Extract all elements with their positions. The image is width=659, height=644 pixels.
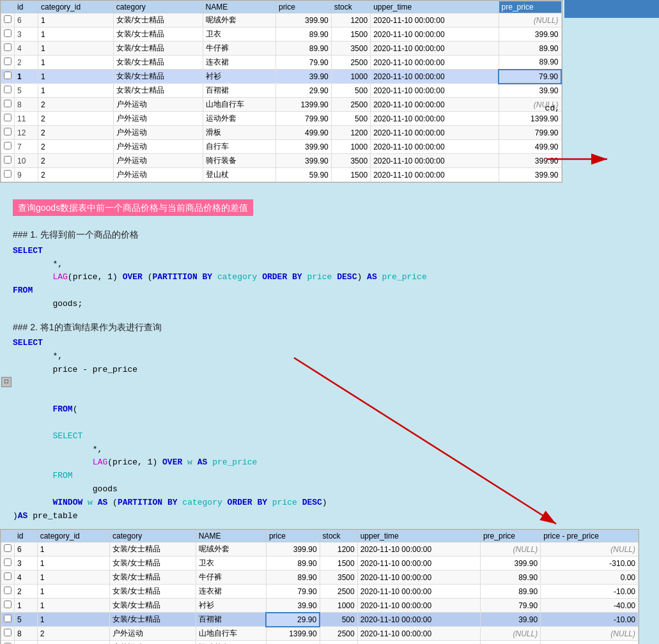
stock-cell: 2500	[331, 98, 370, 112]
category-cell: 女装/女士精品	[113, 70, 203, 84]
checkbox-cell[interactable]	[1, 112, 15, 126]
checkbox-cell[interactable]	[1, 56, 15, 70]
top-table-header-id: id	[15, 1, 38, 13]
category-id-cell: 1	[37, 613, 109, 627]
checkbox-cell[interactable]	[1, 168, 15, 182]
checkbox-cell[interactable]	[1, 627, 15, 641]
pre-price-cell: 39.90	[480, 613, 540, 627]
pre-price-cell: 499.90	[499, 140, 561, 154]
checkbox-cell[interactable]	[1, 613, 15, 627]
checkbox-cell[interactable]	[1, 571, 15, 585]
category-id-cell: 2	[38, 126, 114, 140]
price-cell: 399.90	[266, 542, 320, 556]
category-cell: 户外运动	[113, 168, 203, 182]
category-cell: 女装/女士精品	[110, 613, 196, 627]
checkbox-cell[interactable]	[1, 641, 15, 644]
checkbox-cell[interactable]	[1, 98, 15, 112]
category-id-cell: 2	[38, 98, 114, 112]
pre-price-cell: 89.90	[480, 571, 540, 585]
price-cell: 79.90	[275, 56, 331, 70]
price-cell: 1399.90	[266, 627, 320, 641]
bottom-table-header-checkbox	[1, 530, 15, 542]
bottom-table-header-category-id: category_id	[37, 530, 109, 542]
checkbox-cell[interactable]	[1, 140, 15, 154]
stock-cell: 1200	[331, 126, 370, 140]
id-cell: 9	[15, 168, 38, 182]
top-table-header-checkbox	[1, 1, 15, 13]
id-cell: 12	[15, 126, 38, 140]
id-cell: 3	[15, 556, 38, 571]
pre-price-cell: 79.90	[499, 70, 561, 84]
bottom-table-row: 11 2 户外运动 运动外套 799.90 500 2020-11-10 00:…	[1, 641, 639, 644]
upper-time-cell: 2020-11-10 00:00:00	[357, 556, 480, 571]
category-cell: 女装/女士精品	[113, 27, 203, 42]
top-table-header-stock: stock	[331, 1, 370, 13]
stock-cell: 3500	[320, 571, 357, 585]
top-table-header-upper-time: upper_time	[371, 1, 499, 13]
id-cell: 5	[15, 613, 38, 627]
checkbox-cell[interactable]	[1, 585, 15, 599]
category-id-cell: 1	[38, 13, 114, 27]
diff-cell: -40.00	[541, 599, 639, 613]
checkbox-cell[interactable]	[1, 42, 15, 56]
checkbox-cell[interactable]	[1, 13, 15, 27]
diff-cell: -10.00	[541, 613, 639, 627]
bottom-table-row: 6 1 女装/女士精品 呢绒外套 399.90 1200 2020-11-10 …	[1, 542, 639, 556]
id-cell: 1	[15, 70, 38, 84]
price-cell: 89.90	[266, 571, 320, 585]
price-cell: 799.90	[275, 112, 331, 126]
stock-cell: 500	[331, 112, 370, 126]
category-cell: 户外运动	[113, 98, 203, 112]
checkbox-cell[interactable]	[1, 599, 15, 613]
name-cell: 呢绒外套	[203, 13, 275, 27]
category-cell: 户外运动	[113, 112, 203, 126]
top-table-row: 6 1 女装/女士精品 呢绒外套 399.90 1200 2020-11-10 …	[1, 13, 562, 27]
bottom-table-row: 8 2 户外运动 山地自行车 1399.90 2500 2020-11-10 0…	[1, 627, 639, 641]
upper-time-cell: 2020-11-10 00:00:00	[357, 613, 480, 627]
checkbox-cell[interactable]	[1, 27, 15, 42]
category-id-cell: 1	[37, 599, 109, 613]
bottom-table: id category_id category NAME price stock…	[1, 530, 639, 644]
id-cell: 1	[15, 599, 38, 613]
checkbox-cell[interactable]	[1, 542, 15, 556]
top-table-row: 9 2 户外运动 登山杖 59.90 1500 2020-11-10 00:00…	[1, 168, 562, 182]
upper-time-cell: 2020-11-10 00:00:00	[357, 585, 480, 599]
pre-price-cell: (NULL)	[499, 13, 561, 27]
category-id-cell: 1	[37, 571, 109, 585]
checkbox-cell[interactable]	[1, 154, 15, 168]
fold-icon[interactable]: □	[1, 377, 12, 387]
checkbox-cell[interactable]	[1, 556, 15, 571]
category-cell: 女装/女士精品	[113, 42, 203, 56]
stock-cell: 2500	[331, 56, 370, 70]
category-cell: 女装/女士精品	[110, 599, 196, 613]
category-cell: 户外运动	[113, 126, 203, 140]
top-table-header-category: category	[113, 1, 203, 13]
name-cell: 衬衫	[203, 70, 275, 84]
comment-heading: 查询goods数据表中前一个商品价格与当前商品价格的差值	[13, 199, 253, 216]
checkbox-cell[interactable]	[1, 84, 15, 98]
category-cell: 户外运动	[110, 641, 196, 644]
pre-price-cell: 79.90	[480, 599, 540, 613]
pre-price-cell: 39.90	[499, 84, 561, 98]
name-cell: 牛仔裤	[203, 42, 275, 56]
id-cell: 8	[15, 627, 38, 641]
step1-heading: ### 1. 先得到前一个商品的价格	[13, 227, 646, 241]
stock-cell: 3500	[331, 154, 370, 168]
price-cell: 1399.90	[275, 98, 331, 112]
top-table-row: 8 2 户外运动 山地自行车 1399.90 2500 2020-11-10 0…	[1, 98, 562, 112]
bottom-table-header-diff: price - pre_price	[541, 530, 639, 542]
upper-time-cell: 2020-11-10 00:00:00	[371, 154, 499, 168]
upper-time-cell: 2020-11-10 00:00:00	[371, 98, 499, 112]
category-id-cell: 1	[38, 27, 114, 42]
checkbox-cell[interactable]	[1, 70, 15, 84]
bottom-table-header-stock: stock	[320, 530, 357, 542]
stock-cell: 2500	[320, 585, 357, 599]
category-id-cell: 1	[38, 84, 114, 98]
upper-time-cell: 2020-11-10 00:00:00	[357, 627, 480, 641]
pre-price-cell: 89.90	[480, 585, 540, 599]
id-cell: 6	[15, 542, 38, 556]
checkbox-cell[interactable]	[1, 126, 15, 140]
name-cell: 衬衫	[196, 599, 266, 613]
name-cell: 牛仔裤	[196, 571, 266, 585]
name-cell: 呢绒外套	[196, 542, 266, 556]
